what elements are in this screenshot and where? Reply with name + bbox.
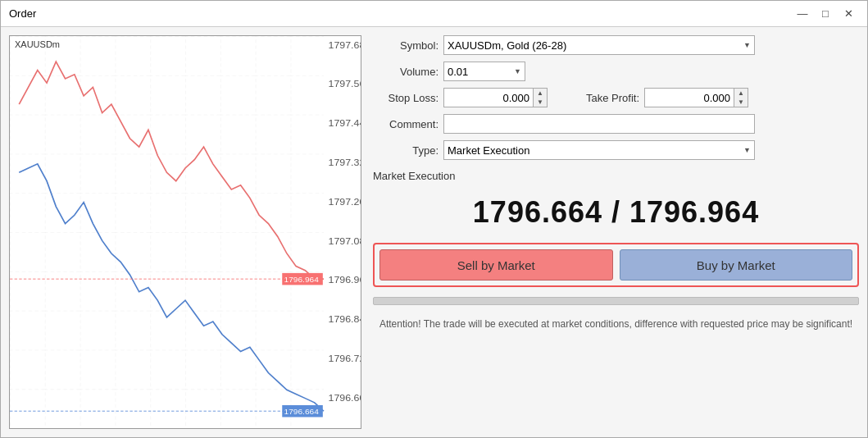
title-bar: Order — □ ✕ [1,1,867,27]
buy-by-market-button[interactable]: Buy by Market [620,249,853,281]
svg-rect-0 [10,36,324,428]
type-row: Type: Market Execution [373,140,859,160]
symbol-select[interactable]: XAUUSDm, Gold (26-28) [443,35,755,55]
maximize-button[interactable]: □ [815,5,836,23]
volume-select[interactable]: 0.01 [443,62,525,81]
volume-label: Volume: [373,66,439,78]
buttons-container: Sell by Market Buy by Market [373,243,859,287]
svg-text:1796.664: 1796.664 [284,408,320,417]
comment-row: Comment: [373,114,859,134]
type-select[interactable]: Market Execution [443,140,755,160]
comment-input[interactable] [443,114,755,134]
svg-text:1796.723: 1796.723 [329,353,361,363]
close-button[interactable]: ✕ [838,5,859,23]
price-chart: 1797.681 1797.561 1797.441 1797.322 1797… [10,36,361,428]
sell-by-market-button[interactable]: Sell by Market [379,249,613,281]
type-select-wrapper: Market Execution [443,140,755,160]
comment-label: Comment: [373,118,439,130]
symbol-row: Symbol: XAUUSDm, Gold (26-28) [373,35,859,55]
attention-text: Attention! The trade will be executed at… [373,317,859,331]
svg-text:1797.561: 1797.561 [329,79,361,89]
take-profit-wrapper: ▲ ▼ [644,88,748,107]
volume-select-wrapper: 0.01 [443,62,525,81]
title-bar-left: Order [9,7,36,20]
chart-symbol-label: XAUUSDm [15,39,60,49]
take-profit-up[interactable]: ▲ [734,89,748,98]
market-execution-label: Market Execution [373,170,859,182]
progress-bar [373,297,859,305]
symbol-label: Symbol: [373,39,439,52]
type-label: Type: [373,144,439,157]
svg-text:1797.322: 1797.322 [329,157,361,167]
stop-loss-up[interactable]: ▲ [534,89,547,98]
svg-text:1797.082: 1797.082 [329,235,361,246]
svg-text:1797.441: 1797.441 [329,118,361,129]
window-controls: — □ ✕ [792,5,859,23]
price-display: 1796.664 / 1796.964 [373,195,859,230]
chart-area: XAUUSDm 1797.681 1797.561 1797.441 1797.… [9,35,361,429]
stop-loss-label: Stop Loss: [373,92,439,104]
sl-tp-row: Stop Loss: ▲ ▼ Take Profit: ▲ ▼ [373,88,859,107]
svg-text:1796.603: 1796.603 [329,392,361,403]
take-profit-input[interactable] [644,88,734,107]
stop-loss-input[interactable] [443,88,534,107]
take-profit-spinners: ▲ ▼ [734,88,748,107]
volume-row: Volume: 0.01 [373,62,859,81]
take-profit-label: Take Profit: [566,92,639,104]
stop-loss-wrapper: ▲ ▼ [443,88,548,107]
symbol-select-wrapper: XAUUSDm, Gold (26-28) [443,35,755,55]
svg-text:1796.964: 1796.964 [284,276,320,285]
stop-loss-spinners: ▲ ▼ [534,88,548,107]
order-window: Order — □ ✕ XAUUSDm 1797.681 1797.561 [0,0,868,438]
svg-text:1796.843: 1796.843 [329,314,361,325]
stop-loss-down[interactable]: ▼ [534,98,547,107]
svg-text:1796.964: 1796.964 [329,275,361,285]
take-profit-down[interactable]: ▼ [734,98,748,107]
minimize-button[interactable]: — [792,5,813,23]
svg-text:1797.681: 1797.681 [329,39,361,50]
svg-text:1797.202: 1797.202 [329,196,361,207]
right-panel: Symbol: XAUUSDm, Gold (26-28) Volume: 0.… [373,35,859,429]
main-content: XAUUSDm 1797.681 1797.561 1797.441 1797.… [1,27,867,437]
window-title: Order [9,7,36,20]
